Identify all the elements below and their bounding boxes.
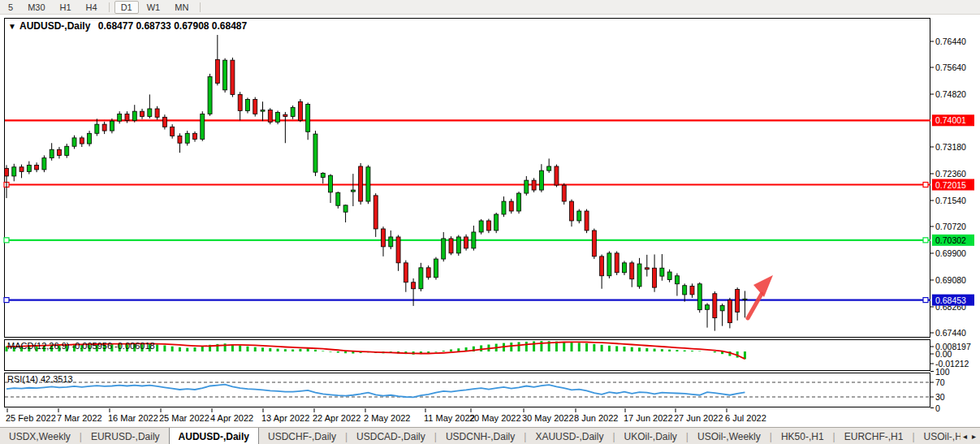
candle-bearish <box>215 59 219 83</box>
candle-bullish <box>12 167 16 176</box>
timeframe-button-h4[interactable]: H4 <box>80 1 104 14</box>
date-tick-label: 25 Mar 2022 <box>159 413 209 423</box>
tab-ukoil-daily[interactable]: UKOil-,Daily <box>615 428 686 444</box>
candle-bearish <box>426 268 430 278</box>
hline-anchor-square[interactable] <box>923 238 928 243</box>
date-tick-label: 27 Jun 2022 <box>674 413 723 423</box>
date-tick-label: 4 Apr 2022 <box>210 413 253 423</box>
chart-dropdown-icon[interactable]: ▼ <box>8 22 16 31</box>
timeframe-toolbar: 5M30H1H4D1W1MN <box>0 0 980 15</box>
candle-bullish <box>577 211 581 221</box>
candle-bearish <box>396 237 400 263</box>
timeframe-button-w1[interactable]: W1 <box>140 1 167 14</box>
chart-area[interactable]: 0.764400.756400.748200.731800.723600.715… <box>0 15 980 427</box>
tab-scroll-left-icon[interactable]: ◂ <box>963 432 967 441</box>
price-level-badge-text: 0.74001 <box>935 115 966 125</box>
timeframe-button-5[interactable]: 5 <box>2 1 19 14</box>
price-tick-label: 0.76440 <box>935 37 966 46</box>
tab-audusd-daily[interactable]: AUDUSD-,Daily <box>169 428 259 444</box>
candle-bearish <box>615 253 619 273</box>
date-tick-label: 22 Apr 2022 <box>313 413 360 423</box>
candle-bullish <box>42 158 46 170</box>
candle-bullish <box>110 121 114 131</box>
macd-indicator-label: MACD(12,26,9) -0.005956 -0.006018 <box>7 341 155 351</box>
candle-bullish <box>95 124 99 133</box>
hline-anchor-square[interactable] <box>923 183 928 188</box>
date-tick-label: 30 May 2022 <box>522 413 574 423</box>
candle-bearish <box>464 237 468 248</box>
candle-bullish <box>697 284 702 310</box>
candle-bullish <box>223 60 227 90</box>
candle-bullish <box>201 114 205 139</box>
candle-bearish <box>253 99 257 114</box>
tab-usoil-weekly[interactable]: USOil-,Weekly <box>689 428 770 444</box>
candle-bearish <box>80 138 84 144</box>
candle-bullish <box>148 109 152 117</box>
candle-bearish <box>412 282 416 289</box>
tab-eurusd-daily[interactable]: EURUSD-,Daily <box>82 428 169 444</box>
candle-bullish <box>419 268 423 289</box>
candle-bullish <box>525 180 529 193</box>
candle-bullish <box>88 133 92 144</box>
rsi-indicator-label: RSI(14) 42.3513 <box>7 374 73 384</box>
candle-bearish <box>486 221 490 231</box>
candle-bearish <box>125 114 129 120</box>
hline-anchor-square[interactable] <box>4 238 9 243</box>
candle-bearish <box>570 201 574 221</box>
tab-xauusd-daily[interactable]: XAUUSD-,Daily <box>526 428 612 444</box>
candle-bearish <box>562 185 566 201</box>
candle-bearish <box>555 166 559 185</box>
tab-scroll-right-icon[interactable]: ▸ <box>972 432 976 441</box>
candle-bullish <box>539 170 543 190</box>
tab-usdx-weekly[interactable]: USDX,Weekly <box>0 428 80 444</box>
date-tick-label: 8 Jun 2022 <box>574 413 618 423</box>
candle-bullish <box>479 221 483 232</box>
candle-bullish <box>336 192 340 205</box>
tab-usdchf-daily[interactable]: USDCHF-,Daily <box>259 428 345 444</box>
rsi-axis-label: 70 <box>935 377 945 387</box>
date-axis[interactable]: 25 Feb 20227 Mar 202216 Mar 202225 Mar 2… <box>0 408 980 424</box>
price-level-badge-text: 0.72015 <box>935 180 966 190</box>
date-tick-label: 16 Mar 2022 <box>108 413 158 423</box>
candle-bullish <box>667 272 671 280</box>
date-tick-label: 6 Jul 2022 <box>725 413 766 423</box>
candle-bearish <box>19 167 24 172</box>
candle-bearish <box>238 94 242 110</box>
candle-bullish <box>343 205 348 212</box>
candle-bullish <box>132 111 136 120</box>
candle-bullish <box>351 190 355 192</box>
candle-bearish <box>630 263 634 279</box>
price-tick-label: 0.72360 <box>935 169 966 179</box>
candle-bullish <box>276 112 280 122</box>
candle-bullish <box>245 99 249 110</box>
candle-bullish <box>261 110 265 112</box>
candle-bullish <box>306 104 310 131</box>
candle-bullish <box>637 264 641 287</box>
candle-bullish <box>389 237 393 247</box>
tab-eurchf-h1[interactable]: EURCHF-,H1 <box>835 428 913 444</box>
tab-hk50-h1[interactable]: HK50-,H1 <box>772 428 833 444</box>
hline-anchor-square[interactable] <box>923 298 928 303</box>
price-tick-label: 0.71540 <box>935 196 966 205</box>
candle-bearish <box>449 239 453 253</box>
timeframe-button-d1[interactable]: D1 <box>114 1 139 14</box>
date-tick-label: 13 Apr 2022 <box>261 413 309 423</box>
candle-bullish <box>720 305 724 310</box>
timeframe-button-mn[interactable]: MN <box>168 1 195 14</box>
candle-bullish <box>366 167 370 201</box>
rsi-axis-label: 100 <box>935 367 950 377</box>
candle-bullish <box>456 237 460 253</box>
timeframe-button-m30[interactable]: M30 <box>21 1 51 14</box>
candle-bearish <box>373 196 378 229</box>
tab-usdcad-daily[interactable]: USDCAD-,Daily <box>348 428 434 444</box>
tab-usdcnh-daily[interactable]: USDCNH-,Daily <box>437 428 524 444</box>
candle-bearish <box>404 263 408 282</box>
candle-bullish <box>434 259 438 278</box>
candle-bullish <box>313 134 317 172</box>
price-axis[interactable]: 0.764400.756400.748200.731800.723600.715… <box>930 37 974 338</box>
hline-anchor-square[interactable] <box>4 298 9 303</box>
candle-bearish <box>35 165 39 170</box>
price-tick-label: 0.69900 <box>935 248 966 258</box>
timeframe-button-h1[interactable]: H1 <box>54 1 78 14</box>
price-tick-label: 0.74820 <box>935 89 966 99</box>
